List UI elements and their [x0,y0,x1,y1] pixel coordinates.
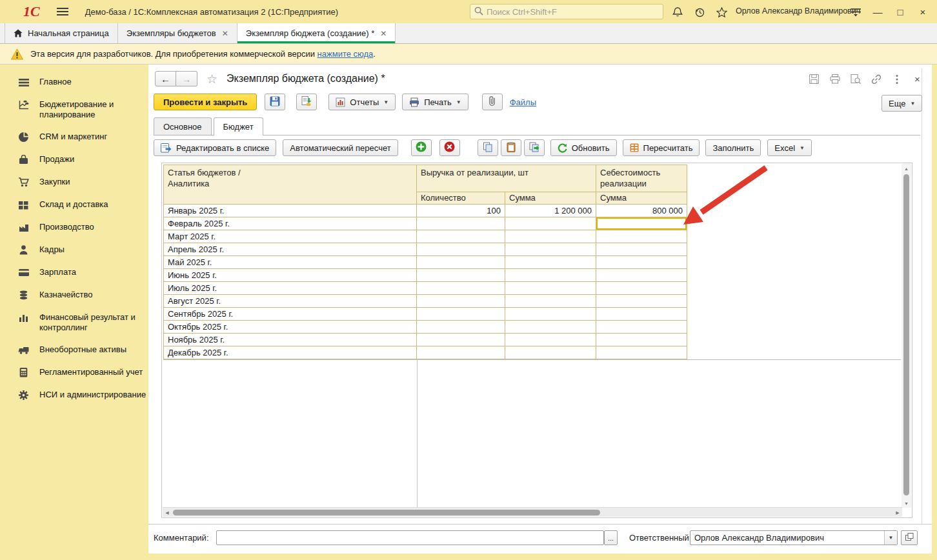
cell-label[interactable]: Май 2025 г. [164,256,417,269]
cell-qty[interactable] [417,346,505,359]
search-input[interactable] [487,7,659,17]
column-header-quantity[interactable]: Количество [417,192,505,205]
cell-sum1[interactable]: 1 200 000 [505,205,596,217]
reports-button[interactable]: Отчеты▼ [328,94,396,110]
current-user-name[interactable]: Орлов Александр Владимирович [736,6,860,15]
tab-main[interactable]: Основное [154,117,212,135]
horizontal-scroll-thumb[interactable] [173,510,600,515]
cell-label[interactable]: Январь 2025 г. [164,205,417,217]
service-menu-icon[interactable] [849,6,862,19]
sidebar-item[interactable]: Регламентированный учет [0,361,148,384]
cell-qty[interactable]: 100 [417,205,505,217]
main-menu-burger-icon[interactable] [57,8,68,15]
cell-sum2[interactable] [596,308,687,321]
column-group-revenue[interactable]: Выручка от реализации, шт [417,165,596,192]
cell-qty[interactable] [417,243,505,256]
paste-special-button[interactable] [524,139,545,156]
sidebar-item[interactable]: Закупки [0,171,148,194]
sidebar-item[interactable]: Кадры [0,239,148,261]
close-form-icon[interactable]: × [911,73,923,85]
column-group-cost[interactable]: Себестоимость реализации [596,165,687,192]
close-tab-icon[interactable]: ✕ [380,29,387,38]
print-button[interactable]: Печать▼ [402,94,469,110]
cell-sum2[interactable] [596,282,687,295]
vertical-scrollbar[interactable]: ▲ ▼ [902,164,911,508]
cell-label[interactable]: Август 2025 г. [164,295,417,308]
sidebar-item[interactable]: Зарплата [0,261,148,284]
cell-label[interactable]: Ноябрь 2025 г. [164,334,417,346]
column-header-article[interactable]: Статья бюджетов / Аналитика [164,165,417,205]
cell-sum1[interactable] [505,256,596,269]
post-document-button[interactable] [296,94,317,110]
scroll-down-icon[interactable]: ▼ [902,499,911,508]
cell-qty[interactable] [417,321,505,334]
nav-back-button[interactable]: ← [155,71,176,86]
more-button[interactable]: Еще▼ [882,95,922,112]
save-icon[interactable] [808,73,820,85]
sidebar-item[interactable]: Производство [0,216,148,239]
cell-sum1[interactable] [505,321,596,334]
add-row-button[interactable] [411,139,432,156]
cell-sum2[interactable] [596,243,687,256]
comment-input[interactable] [216,530,604,545]
nav-forward-button[interactable]: → [176,71,197,86]
maximize-button[interactable]: □ [892,5,908,19]
comment-ellipsis-button[interactable]: ... [604,530,618,545]
cell-sum2[interactable] [596,230,687,243]
cell-sum1[interactable] [505,217,596,230]
cell-qty[interactable] [417,256,505,269]
cell-qty[interactable] [417,269,505,282]
sidebar-item[interactable]: Продажи [0,148,148,171]
cell-sum2[interactable] [596,346,687,359]
cell-sum1[interactable] [505,282,596,295]
print-preview-icon[interactable] [849,73,861,85]
cell-sum2[interactable] [596,334,687,346]
cell-label[interactable]: Февраль 2025 г. [164,217,417,230]
vertical-scroll-thumb[interactable] [903,174,909,495]
global-search[interactable] [470,4,663,19]
cell-label[interactable]: Декабрь 2025 г. [164,346,417,359]
cell-label[interactable]: Апрель 2025 г. [164,243,417,256]
refresh-button[interactable]: Обновить [550,139,617,156]
history-icon[interactable] [693,6,706,19]
favorite-star-icon[interactable]: ☆ [207,73,217,85]
cell-qty[interactable] [417,308,505,321]
scroll-right-icon[interactable]: ▶ [893,508,902,517]
delete-row-button[interactable] [439,139,460,156]
column-header-sum-cost[interactable]: Сумма [596,192,687,205]
cell-sum2[interactable] [596,295,687,308]
get-link-icon[interactable] [870,73,882,85]
cell-label[interactable]: Июль 2025 г. [164,282,417,295]
post-and-close-button[interactable]: Провести и закрыть [154,94,257,110]
cell-qty[interactable] [417,230,505,243]
print-icon[interactable] [829,73,841,85]
attachments-button[interactable] [482,94,503,110]
buy-commercial-link[interactable]: нажмите сюда [317,49,374,59]
cell-qty[interactable] [417,282,505,295]
more-dots-icon[interactable] [891,73,903,85]
scroll-up-icon[interactable]: ▲ [902,164,911,173]
auto-recalc-button[interactable]: Автоматический пересчет [283,139,398,156]
cell-sum1[interactable] [505,243,596,256]
cell-sum1[interactable] [505,334,596,346]
sidebar-item[interactable]: Склад и доставка [0,194,148,216]
tab-budget-instance-new[interactable]: Экземпляр бюджета (создание) * ✕ [237,23,396,43]
column-header-sum-revenue[interactable]: Сумма [505,192,596,205]
cell-label[interactable]: Март 2025 г. [164,230,417,243]
minimize-button[interactable]: — [870,5,885,19]
cell-label[interactable]: Июнь 2025 г. [164,269,417,282]
sidebar-item[interactable]: Главное [0,71,148,94]
cell-sum1[interactable] [505,295,596,308]
cell-label[interactable]: Сентябрь 2025 г. [164,308,417,321]
recalculate-button[interactable]: Пересчитать [623,139,700,156]
tab-budget-instances[interactable]: Экземпляры бюджетов ✕ [118,23,237,43]
cell-sum1[interactable] [505,346,596,359]
close-tab-icon[interactable]: ✕ [222,29,228,38]
cell-label[interactable]: Октябрь 2025 г. [164,321,417,334]
cell-sum1[interactable] [505,308,596,321]
notifications-bell-icon[interactable] [671,6,684,19]
close-window-button[interactable]: × [915,5,931,19]
edit-in-list-button[interactable]: Редактировать в списке [154,139,276,156]
scroll-left-icon[interactable]: ◀ [163,508,172,517]
paste-button[interactable] [501,139,521,156]
